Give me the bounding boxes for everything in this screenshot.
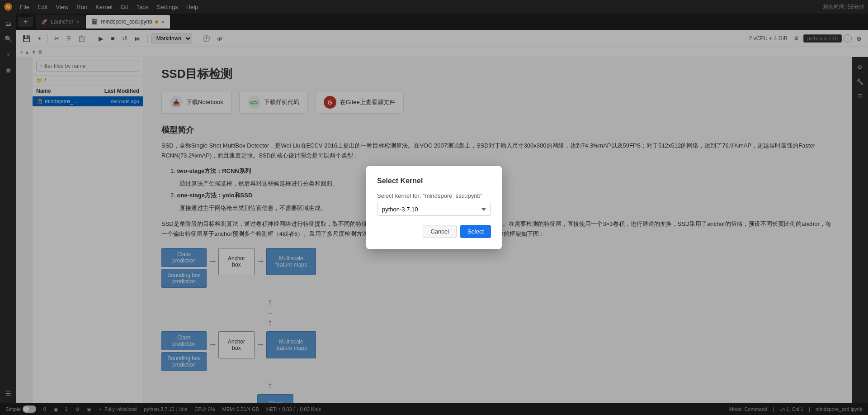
modal-title: Select Kernel [377, 177, 491, 185]
modal-overlay: Select Kernel Select kernel for: "mindsp… [0, 0, 868, 415]
cancel-button[interactable]: Cancel [423, 225, 456, 238]
kernel-select-dropdown[interactable]: python-3.7.10 [377, 203, 491, 216]
select-button[interactable]: Select [460, 225, 491, 238]
select-kernel-modal: Select Kernel Select kernel for: "mindsp… [366, 166, 502, 249]
modal-buttons: Cancel Select [377, 225, 491, 238]
modal-label: Select kernel for: "mindspore_ssd.ipynb" [377, 192, 491, 199]
